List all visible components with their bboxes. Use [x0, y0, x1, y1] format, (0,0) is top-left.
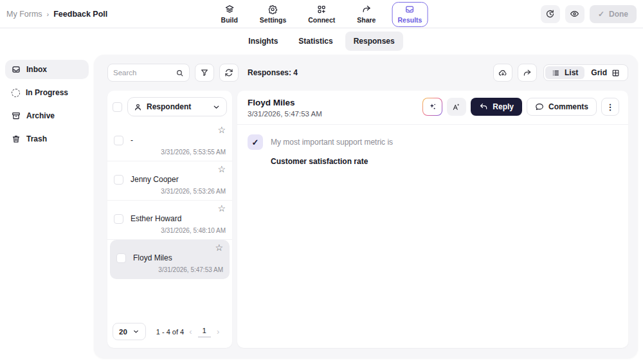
refresh-button[interactable] — [219, 64, 239, 82]
reply-button[interactable]: Reply — [471, 98, 522, 116]
tab-insights[interactable]: Insights — [240, 32, 286, 51]
translate-button[interactable] — [447, 98, 466, 116]
done-button[interactable]: ✓ Done — [590, 5, 637, 23]
respondent-column-dropdown[interactable]: Respondent — [127, 97, 227, 116]
respondent-name: Floyd Miles — [133, 253, 172, 262]
inbox-icon — [405, 5, 415, 14]
more-options-button[interactable]: ⋮ — [601, 98, 619, 116]
search-input[interactable] — [113, 69, 173, 77]
breadcrumb-my-forms[interactable]: My Forms — [6, 10, 42, 19]
archive-icon — [12, 111, 21, 120]
sidebar-item-trash[interactable]: Trash — [5, 129, 89, 149]
sidebar-item-in-progress[interactable]: In Progress — [5, 83, 89, 102]
grid-view-icon — [611, 69, 620, 77]
star-icon[interactable]: ☆ — [215, 242, 223, 253]
respondent-name: Jenny Cooper — [131, 175, 179, 184]
download-button[interactable] — [493, 64, 512, 82]
kebab-icon: ⋮ — [606, 102, 615, 112]
nav-item-share[interactable]: Share — [357, 5, 376, 24]
response-date: 3/31/2026, 5:48:10 AM — [161, 227, 226, 234]
response-date: 3/31/2026, 5:53:26 AM — [161, 188, 226, 195]
filter-button[interactable] — [195, 64, 214, 82]
responses-panels: Respondent ☆ - — [94, 87, 638, 358]
share-arrow-icon — [361, 5, 371, 14]
comment-bubble-icon — [535, 102, 544, 111]
current-page[interactable]: 1 — [198, 325, 211, 338]
sidebar-item-label: Inbox — [26, 65, 47, 74]
sidebar-item-inbox[interactable]: Inbox — [5, 60, 89, 79]
respondent-list-panel: Respondent ☆ - — [107, 91, 232, 348]
share-responses-button[interactable] — [518, 64, 537, 82]
respondent-row-selected[interactable]: ☆ Floyd Miles 3/31/2026, 5:47:53 AM — [110, 240, 230, 279]
translate-icon — [452, 102, 461, 111]
breadcrumb: My Forms › Feedback Poll — [6, 10, 107, 19]
nav-item-results[interactable]: Results — [392, 2, 428, 27]
sidebar-item-archive[interactable]: Archive — [5, 106, 89, 125]
breadcrumb-form-name: Feedback Poll — [53, 10, 107, 19]
respondent-name: Esther Howard — [131, 214, 181, 223]
nav-label: Share — [357, 16, 376, 24]
top-actions: ✓ Done — [541, 5, 637, 23]
responses-toolbar: Responses: 4 — [94, 55, 638, 87]
reply-label: Reply — [493, 102, 514, 111]
view-toggle: List Grid — [543, 64, 628, 81]
respondent-row[interactable]: ☆ - 3/31/2026, 5:53:55 AM — [107, 122, 232, 161]
row-checkbox[interactable] — [116, 253, 126, 263]
comments-label: Comments — [548, 102, 588, 111]
dashed-circle-icon — [12, 89, 20, 97]
detail-actions: Reply Comments ⋮ — [422, 98, 619, 116]
detail-submitted-at: 3/31/2026, 5:47:53 AM — [248, 110, 322, 118]
respondent-row[interactable]: ☆ Esther Howard 3/31/2026, 5:48:10 AM — [107, 201, 232, 240]
row-checkbox[interactable] — [114, 136, 123, 145]
view-toggle-list[interactable]: List — [545, 66, 584, 79]
tab-responses[interactable]: Responses — [345, 32, 403, 51]
responses-card: Responses: 4 — [94, 55, 638, 358]
row-checkbox[interactable] — [114, 175, 123, 185]
check-icon: ✓ — [598, 10, 604, 19]
pagination-range: 1 - 4 of 4 — [156, 328, 184, 336]
nav-item-build[interactable]: Build — [221, 5, 238, 24]
eye-icon — [570, 9, 579, 19]
nav-item-settings[interactable]: Settings — [260, 5, 286, 24]
chevron-down-icon — [212, 103, 221, 111]
history-icon — [545, 9, 555, 19]
respondent-column-label: Respondent — [147, 102, 191, 111]
preview-button[interactable] — [565, 5, 584, 23]
list-view-label: List — [565, 68, 578, 77]
comments-button[interactable]: Comments — [527, 98, 597, 116]
ai-summary-button[interactable] — [422, 98, 442, 116]
nav-label: Settings — [260, 16, 286, 24]
prev-page-icon[interactable]: ‹ — [186, 327, 194, 336]
nav-label: Build — [221, 16, 238, 24]
inbox-icon — [12, 65, 21, 74]
tab-statistics[interactable]: Statistics — [290, 32, 341, 51]
grid-view-label: Grid — [591, 68, 607, 77]
star-icon[interactable]: ☆ — [217, 125, 226, 135]
top-bar: My Forms › Feedback Poll Build Settings — [0, 0, 643, 28]
person-icon — [134, 103, 142, 111]
history-button[interactable] — [541, 5, 560, 23]
respondent-rows: ☆ - 3/31/2026, 5:53:55 AM ☆ Jenny C — [107, 122, 232, 316]
forward-arrow-icon — [523, 68, 532, 77]
sidebar-item-label: Archive — [26, 111, 55, 120]
star-icon[interactable]: ☆ — [217, 164, 226, 174]
next-page-icon[interactable]: › — [214, 327, 222, 336]
chevron-down-icon — [132, 328, 140, 335]
cloud-download-icon — [498, 68, 507, 77]
detail-respondent-name: Floyd Miles — [248, 98, 322, 107]
respondent-row[interactable]: ☆ Jenny Cooper 3/31/2026, 5:53:26 AM — [107, 161, 232, 201]
page-size-value: 20 — [119, 328, 127, 336]
nav-item-connect[interactable]: Connect — [308, 5, 335, 24]
detail-header: Floyd Miles 3/31/2026, 5:47:53 AM — [237, 91, 628, 125]
list-view-icon — [552, 69, 560, 77]
row-main: Floyd Miles — [116, 253, 223, 263]
select-all-checkbox[interactable] — [113, 102, 122, 112]
page-size-dropdown[interactable]: 20 — [113, 323, 146, 340]
star-icon[interactable]: ☆ — [217, 203, 226, 214]
results-tabs: Insights Statistics Responses — [0, 28, 643, 54]
response-detail-panel: Floyd Miles 3/31/2026, 5:47:53 AM — [237, 91, 628, 348]
row-checkbox[interactable] — [114, 214, 123, 224]
search-icon — [176, 69, 184, 77]
sidebar-item-label: In Progress — [26, 88, 68, 97]
view-toggle-grid[interactable]: Grid — [584, 66, 626, 79]
